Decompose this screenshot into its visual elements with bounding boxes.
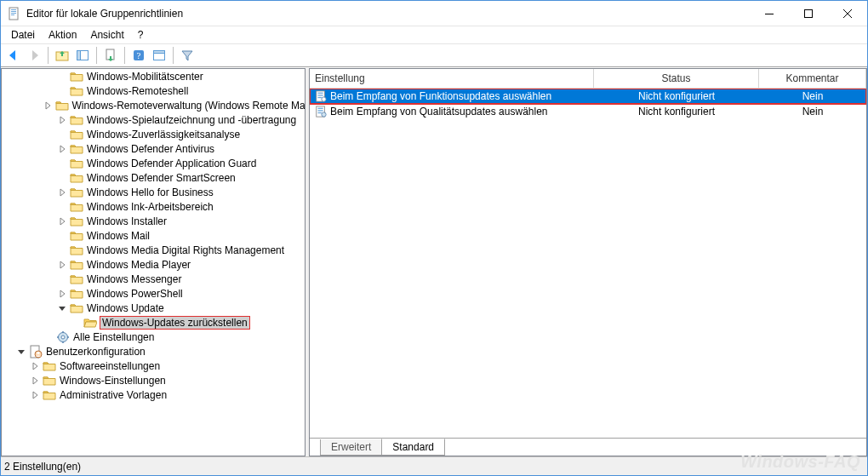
forward-button[interactable] [25,46,43,65]
tree-item[interactable]: Windows-Mobilitätscenter [2,69,306,83]
tree-item[interactable]: Windows-Spielaufzeichnung und -übertragu… [2,112,306,127]
menu-file[interactable]: Datei [4,28,42,42]
chevron-right-icon[interactable] [56,215,68,227]
chevron-right-icon[interactable] [29,389,41,401]
tree-item[interactable]: Windows PowerShell [2,286,306,301]
tree-item-label: Windows Media Player [87,259,191,271]
tree-item-label: Windows-Einstellungen [60,375,166,387]
tree-item[interactable]: Alle Einstellungen [2,330,306,344]
back-button[interactable] [4,46,23,65]
tree-item[interactable]: Windows Installer [2,214,306,228]
export-list-button[interactable] [101,46,120,65]
svg-rect-6 [805,9,813,17]
tree-item[interactable]: Windows-Einstellungen [2,373,306,387]
minimize-button[interactable] [750,1,789,26]
tree-item[interactable]: Windows-Remoteshell [2,83,306,98]
chevron-right-icon[interactable] [29,375,41,387]
svg-rect-27 [318,97,322,98]
folder-icon [70,186,83,199]
tree-item[interactable]: Windows-Zuverlässigkeitsanalyse [2,127,306,141]
toolbar-separator [124,47,125,64]
tree-item-label: Windows Messenger [87,273,181,285]
chevron-right-icon[interactable] [56,259,68,271]
chevron-right-icon[interactable] [56,143,68,155]
policy-icon [315,106,327,118]
tree-item-label: Windows-Remoteshell [87,85,188,97]
tree-item[interactable]: Benutzerkonfiguration [2,344,306,358]
svg-rect-25 [318,93,323,94]
details-pane: Einstellung Status Kommentar Beim Empfan… [309,68,867,456]
folder-icon [70,157,83,170]
chevron-down-icon[interactable] [15,346,27,358]
filter-button[interactable] [178,46,197,65]
menu-help[interactable]: ? [131,28,151,42]
chevron-down-icon[interactable] [56,302,68,314]
svg-rect-4 [11,14,14,15]
tree-item[interactable]: Windows Messenger [2,272,306,286]
tree-item[interactable]: Windows Update [2,301,306,315]
chevron-right-icon[interactable] [56,288,68,300]
chevron-right-icon[interactable] [56,114,68,126]
tree-item[interactable]: Windows-Remoteverwaltung (Windows Remote… [2,98,306,112]
chevron-right-icon[interactable] [29,360,41,372]
tab-extended[interactable]: Erweitert [320,439,382,456]
svg-rect-5 [765,14,774,14]
tree-item-label: Softwareeinstellungen [60,360,160,372]
column-comment[interactable]: Kommentar [759,69,866,88]
settings-icon [56,330,70,344]
chevron-right-icon[interactable] [42,100,54,112]
tree-item[interactable]: Windows Media Player [2,257,306,272]
tree-item-label: Windows-Zuverlässigkeitsanalyse [87,129,240,141]
show-hide-tree-button[interactable] [73,46,92,65]
tree-item[interactable]: Windows Mail [2,228,306,243]
folder-icon [70,70,83,83]
tree-item[interactable]: Windows Hello for Business [2,185,306,199]
tree-item[interactable]: Windows Defender Application Guard [2,156,306,170]
cell-setting: Beim Empfang von Funktionsupdates auswäh… [330,90,551,102]
up-button[interactable] [53,46,71,65]
close-button[interactable] [828,1,867,26]
chevron-right-icon[interactable] [56,186,68,198]
tab-standard[interactable]: Standard [381,439,445,456]
svg-point-23 [37,352,40,354]
toolbar-separator [96,47,97,64]
maximize-button[interactable] [789,1,828,26]
menubar: Datei Aktion Ansicht ? [1,26,867,43]
tree-item-label: Windows Mail [87,230,150,242]
list-row[interactable]: Beim Empfang von Funktionsupdates auswäh… [310,89,866,104]
tree-item[interactable]: Windows Ink-Arbeitsbereich [2,199,306,214]
tree-item-label: Windows Ink-Arbeitsbereich [87,201,214,213]
policy-icon [315,90,327,102]
window-title: Editor für lokale Gruppenrichtlinien [26,8,750,20]
svg-rect-2 [11,11,16,12]
folder-icon [70,229,83,243]
toolbar-separator [173,47,174,64]
tree-item-label: Windows Installer [87,215,167,227]
filter-options-button[interactable] [150,46,168,65]
statusbar-text: 2 Einstellung(en) [4,461,81,473]
menu-action[interactable]: Aktion [42,28,83,42]
help-button[interactable]: ? [129,46,148,65]
tree-item[interactable]: Administrative Vorlagen [2,387,306,402]
menu-view[interactable]: Ansicht [83,28,130,42]
list-body[interactable]: Beim Empfang von Funktionsupdates auswäh… [310,89,866,437]
tree-item[interactable]: Windows Defender Antivirus [2,141,306,156]
column-setting[interactable]: Einstellung [310,69,594,88]
folder-icon [43,374,56,387]
svg-point-28 [322,97,326,101]
column-status[interactable]: Status [594,69,759,88]
tree-item-label: Windows-Mobilitätscenter [87,71,203,83]
tree-item[interactable]: Windows Media Digital Rights Management [2,243,306,257]
tree-item[interactable]: Windows Defender SmartScreen [2,170,306,185]
tree-item[interactable]: Windows-Updates zurückstellen [2,315,306,330]
svg-rect-9 [77,51,81,60]
tree-item-label: Administrative Vorlagen [60,389,167,401]
cell-comment: Nein [759,106,866,118]
svg-rect-14 [154,51,165,54]
tree-pane[interactable]: Windows-MobilitätscenterWindows-Remotesh… [1,68,306,456]
svg-rect-31 [318,110,323,111]
svg-rect-26 [318,95,323,95]
list-row[interactable]: Beim Empfang von Qualitätsupdates auswäh… [310,104,866,119]
tree-item[interactable]: Softwareeinstellungen [2,358,306,373]
tree-item-label: Windows Update [87,302,164,314]
